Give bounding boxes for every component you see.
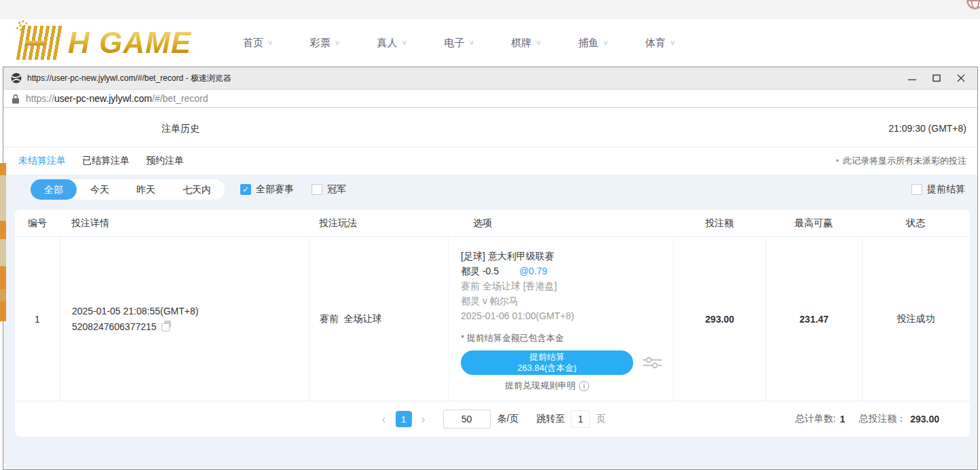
window-title: https://user-pc-new.jylywl.com/#/bet_rec…	[27, 73, 900, 84]
early-settlement-label: 提前结算	[927, 183, 965, 196]
totals: 总计单数: 1 总投注额： 293.00	[795, 413, 939, 425]
cashout-note: * 提前结算金额已包含本金	[461, 332, 673, 344]
next-page-icon[interactable]: ›	[419, 413, 428, 425]
pagination-row: ‹ 1 › 条/页 跳转至 页 总计单数: 1 总投注额： 2	[15, 401, 970, 437]
nav-label: 彩票	[310, 37, 331, 50]
url-path: /#/bet_record	[152, 93, 208, 104]
jump-page-input[interactable]	[571, 410, 590, 428]
nav-label: 捕鱼	[578, 37, 599, 50]
bet-time: 2025-01-05 21:08:55(GMT+8)	[72, 304, 309, 319]
header-play: 投注玩法	[309, 217, 448, 230]
all-events-checkbox[interactable]: ✓ 全部赛事	[240, 183, 294, 196]
pick-name: 都灵 -0.5	[461, 266, 499, 276]
current-page-button[interactable]: 1	[396, 411, 412, 427]
page-body: 全部 今天 昨天 七天内 ✓ 全部赛事 冠军 提前结算	[3, 175, 977, 469]
cell-stake: 293.00	[673, 237, 766, 401]
filter-7days[interactable]: 七天内	[169, 179, 225, 200]
record-note: • 此记录将显示所有未派彩的投注	[836, 155, 966, 167]
header-details: 投注详情	[60, 217, 309, 230]
checkbox-unchecked-icon	[911, 184, 922, 195]
maximize-button[interactable]	[924, 69, 949, 88]
header-no: 编号	[15, 217, 60, 230]
chevron-down-icon: ∨	[402, 39, 408, 47]
nav-label: 电子	[444, 37, 464, 50]
slider-settings-icon[interactable]	[643, 355, 662, 370]
odds-value: @0.79	[519, 266, 547, 276]
cashout-button[interactable]: 提前结算 263.84(含本金)	[461, 350, 633, 375]
cell-status: 投注成功	[862, 237, 969, 401]
prev-page-icon[interactable]: ‹	[379, 413, 389, 425]
minimize-button[interactable]	[900, 69, 924, 88]
desktop-top-strip	[0, 0, 980, 19]
all-events-label: 全部赛事	[256, 183, 294, 196]
info-icon[interactable]: i	[579, 381, 589, 391]
close-icon	[957, 74, 965, 82]
window-controls	[900, 69, 973, 88]
header-selection: 选项	[448, 217, 673, 230]
filter-row: 全部 今天 昨天 七天内 ✓ 全部赛事 冠军 提前结算	[3, 175, 977, 204]
maxwin-value: 231.47	[799, 314, 829, 325]
site-logo[interactable]: H GAME	[19, 23, 191, 62]
chevron-down-icon: ∨	[535, 39, 542, 47]
url-text[interactable]: https://user-pc-new.jylywl.com/#/bet_rec…	[26, 93, 208, 104]
lock-icon[interactable]	[12, 94, 20, 104]
jump-label: 跳转至	[536, 413, 565, 425]
cell-details: 2025-01-05 21:08:55(GMT+8) 5208247606377…	[60, 237, 309, 401]
nav-item-lottery[interactable]: 彩票 ∨	[310, 37, 341, 50]
nav-item-cards[interactable]: 棋牌 ∨	[511, 37, 542, 50]
browser-favicon-icon	[11, 73, 22, 84]
table-header: 编号 投注详情 投注玩法 选项 投注额 最高可赢 状态	[15, 210, 970, 237]
minimize-icon	[908, 74, 916, 82]
champion-checkbox[interactable]: 冠军	[312, 183, 346, 196]
header-maxwin: 最高可赢	[766, 217, 862, 230]
bet-record-page: 注单历史 21:09:30 (GMT+8) 未结算注单 已结算注单 预约注单 •…	[3, 109, 977, 469]
browser-titlebar[interactable]: https://user-pc-new.jylywl.com/#/bet_rec…	[3, 67, 977, 90]
match-name: 都灵 v 帕尔马	[461, 293, 673, 308]
close-button[interactable]	[949, 69, 973, 88]
cashout-button-amount: 263.84(含本金)	[517, 363, 576, 374]
site-header: H GAME 首页 ∨ 彩票 ∨ 真人 ∨ 电子 ∨ 棋牌 ∨ 捕鱼 ∨ 体育 …	[0, 19, 980, 67]
table-row: 1 2025-01-05 21:08:55(GMT+8) 52082476063…	[15, 237, 970, 401]
record-note-text: 此记录将显示所有未派彩的投注	[843, 155, 966, 167]
nav-item-home[interactable]: 首页 ∨	[243, 37, 274, 50]
total-stake-label: 总投注额：	[859, 413, 906, 425]
tab-unsettled[interactable]: 未结算注单	[18, 155, 66, 167]
filter-today[interactable]: 今天	[77, 179, 123, 200]
league-name: [足球] 意大利甲级联赛	[461, 249, 673, 264]
cell-selection: [足球] 意大利甲级联赛 都灵 -0.5 @0.79 赛前 全场让球 [香港盘]…	[448, 237, 673, 401]
chevron-down-icon: ∨	[670, 39, 676, 47]
logo-bars-icon	[16, 26, 63, 60]
cashout-rules-label: 提前兑现规则申明	[505, 380, 576, 392]
bullet-icon: •	[836, 156, 839, 166]
tabs-row: 未结算注单 已结算注单 预约注单 • 此记录将显示所有未派彩的投注	[3, 147, 977, 175]
nav-item-sports[interactable]: 体育 ∨	[645, 37, 676, 50]
bet-table-card: 编号 投注详情 投注玩法 选项 投注额 最高可赢 状态 1 2025-01-05…	[15, 210, 970, 437]
chevron-down-icon: ∨	[468, 39, 474, 47]
page-unit-label: 页	[596, 413, 605, 425]
total-count-label: 总计单数:	[795, 413, 835, 425]
maximize-icon	[932, 74, 941, 82]
browser-urlbar[interactable]: https://user-pc-new.jylywl.com/#/bet_rec…	[3, 90, 977, 108]
nav-item-fishing[interactable]: 捕鱼 ∨	[578, 37, 609, 50]
cashout-button-title: 提前结算	[529, 352, 565, 363]
tab-settled[interactable]: 已结算注单	[82, 155, 130, 167]
tab-reserved[interactable]: 预约注单	[146, 155, 184, 167]
floating-side-widget[interactable]	[0, 163, 6, 321]
champion-label: 冠军	[327, 183, 346, 196]
early-settlement-checkbox[interactable]: 提前结算	[911, 183, 965, 196]
logo-text: H GAME	[68, 26, 191, 60]
nav-item-live[interactable]: 真人 ∨	[377, 37, 408, 50]
globe-app-icon[interactable]	[966, 0, 980, 10]
checkbox-unchecked-icon	[312, 184, 322, 195]
date-filter-group: 全部 今天 昨天 七天内	[31, 179, 225, 200]
cashout-rules[interactable]: 提前兑现规则申明 i	[461, 380, 633, 392]
nav-label: 真人	[377, 37, 398, 50]
total-stake-value: 293.00	[910, 414, 939, 424]
nav-item-slots[interactable]: 电子 ∨	[444, 37, 474, 50]
filter-all[interactable]: 全部	[31, 179, 77, 200]
filter-yesterday[interactable]: 昨天	[123, 179, 169, 200]
page-size-input[interactable]	[443, 410, 491, 429]
browser-window: https://user-pc-new.jylywl.com/#/bet_rec…	[3, 67, 978, 470]
page-title: 注单历史	[162, 123, 200, 135]
copy-icon[interactable]	[162, 322, 171, 331]
